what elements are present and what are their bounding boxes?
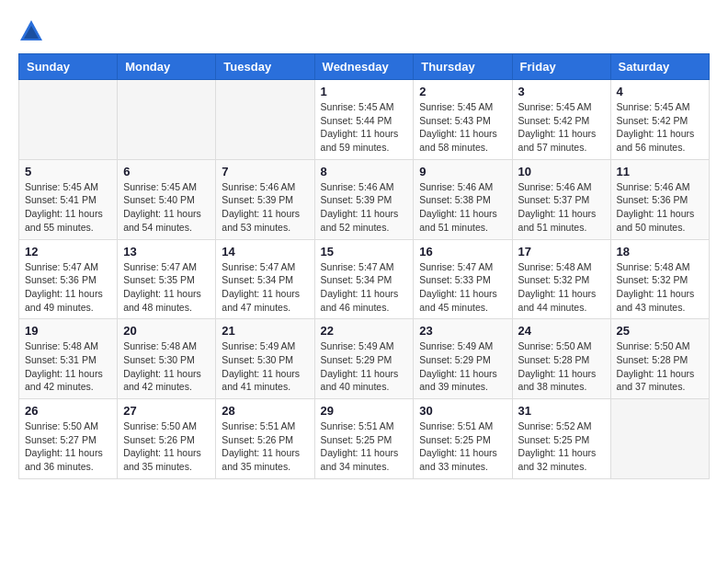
calendar-cell: 14Sunrise: 5:47 AM Sunset: 5:34 PM Dayli… <box>216 239 314 319</box>
day-info: Sunrise: 5:45 AM Sunset: 5:42 PM Dayligh… <box>518 100 605 155</box>
calendar-cell: 2Sunrise: 5:45 AM Sunset: 5:43 PM Daylig… <box>414 80 512 160</box>
day-number: 16 <box>419 245 506 259</box>
calendar-cell: 16Sunrise: 5:47 AM Sunset: 5:33 PM Dayli… <box>414 239 512 319</box>
day-info: Sunrise: 5:45 AM Sunset: 5:40 PM Dayligh… <box>123 180 210 235</box>
calendar-header-friday: Friday <box>512 54 610 80</box>
logo-icon <box>18 18 44 44</box>
day-number: 28 <box>222 404 308 418</box>
logo <box>18 18 48 44</box>
calendar-cell: 6Sunrise: 5:45 AM Sunset: 5:40 PM Daylig… <box>118 159 216 239</box>
day-number: 23 <box>419 324 506 338</box>
day-info: Sunrise: 5:49 AM Sunset: 5:30 PM Dayligh… <box>222 339 308 394</box>
calendar-cell: 10Sunrise: 5:46 AM Sunset: 5:37 PM Dayli… <box>512 159 610 239</box>
calendar-cell: 26Sunrise: 5:50 AM Sunset: 5:27 PM Dayli… <box>19 399 118 479</box>
day-number: 20 <box>123 324 210 338</box>
day-info: Sunrise: 5:51 AM Sunset: 5:25 PM Dayligh… <box>419 419 506 474</box>
calendar-cell <box>19 80 118 160</box>
day-number: 10 <box>518 165 605 178</box>
day-number: 30 <box>419 404 506 418</box>
calendar-week-row: 12Sunrise: 5:47 AM Sunset: 5:36 PM Dayli… <box>19 239 710 319</box>
day-info: Sunrise: 5:51 AM Sunset: 5:25 PM Dayligh… <box>321 419 408 474</box>
day-info: Sunrise: 5:47 AM Sunset: 5:36 PM Dayligh… <box>25 260 111 315</box>
day-info: Sunrise: 5:46 AM Sunset: 5:38 PM Dayligh… <box>419 180 506 235</box>
day-number: 7 <box>222 165 308 178</box>
calendar-table: SundayMondayTuesdayWednesdayThursdayFrid… <box>18 53 710 479</box>
day-number: 11 <box>617 165 703 178</box>
calendar-cell: 9Sunrise: 5:46 AM Sunset: 5:38 PM Daylig… <box>414 159 512 239</box>
calendar-cell: 22Sunrise: 5:49 AM Sunset: 5:29 PM Dayli… <box>314 319 414 399</box>
day-info: Sunrise: 5:47 AM Sunset: 5:34 PM Dayligh… <box>222 260 308 315</box>
calendar-cell: 29Sunrise: 5:51 AM Sunset: 5:25 PM Dayli… <box>314 399 414 479</box>
calendar-cell: 1Sunrise: 5:45 AM Sunset: 5:44 PM Daylig… <box>314 80 414 160</box>
day-info: Sunrise: 5:47 AM Sunset: 5:34 PM Dayligh… <box>321 260 408 315</box>
calendar-cell: 8Sunrise: 5:46 AM Sunset: 5:39 PM Daylig… <box>314 159 414 239</box>
day-info: Sunrise: 5:50 AM Sunset: 5:26 PM Dayligh… <box>123 419 210 474</box>
day-number: 13 <box>123 245 210 259</box>
day-info: Sunrise: 5:45 AM Sunset: 5:41 PM Dayligh… <box>25 180 111 235</box>
calendar-cell: 19Sunrise: 5:48 AM Sunset: 5:31 PM Dayli… <box>19 319 118 399</box>
day-number: 1 <box>321 85 408 98</box>
day-info: Sunrise: 5:49 AM Sunset: 5:29 PM Dayligh… <box>419 339 506 394</box>
day-info: Sunrise: 5:46 AM Sunset: 5:36 PM Dayligh… <box>617 180 703 235</box>
calendar-header-sunday: Sunday <box>19 54 118 80</box>
calendar-cell: 18Sunrise: 5:48 AM Sunset: 5:32 PM Dayli… <box>610 239 709 319</box>
calendar-cell: 5Sunrise: 5:45 AM Sunset: 5:41 PM Daylig… <box>19 159 118 239</box>
calendar-header-wednesday: Wednesday <box>314 54 414 80</box>
day-number: 8 <box>321 165 408 178</box>
day-number: 14 <box>222 245 308 259</box>
calendar-cell: 7Sunrise: 5:46 AM Sunset: 5:39 PM Daylig… <box>216 159 314 239</box>
day-number: 12 <box>25 245 111 259</box>
calendar-cell: 12Sunrise: 5:47 AM Sunset: 5:36 PM Dayli… <box>19 239 118 319</box>
calendar-cell: 30Sunrise: 5:51 AM Sunset: 5:25 PM Dayli… <box>414 399 512 479</box>
day-number: 6 <box>123 165 210 178</box>
day-number: 22 <box>321 324 408 338</box>
calendar-cell: 17Sunrise: 5:48 AM Sunset: 5:32 PM Dayli… <box>512 239 610 319</box>
day-number: 15 <box>321 245 408 259</box>
day-number: 17 <box>518 245 605 259</box>
day-number: 26 <box>25 404 111 418</box>
day-info: Sunrise: 5:45 AM Sunset: 5:44 PM Dayligh… <box>321 100 408 155</box>
day-number: 29 <box>321 404 408 418</box>
calendar-cell: 4Sunrise: 5:45 AM Sunset: 5:42 PM Daylig… <box>610 80 709 160</box>
calendar-header-thursday: Thursday <box>414 54 512 80</box>
day-number: 4 <box>617 85 703 98</box>
calendar-week-row: 26Sunrise: 5:50 AM Sunset: 5:27 PM Dayli… <box>19 399 710 479</box>
calendar-cell: 27Sunrise: 5:50 AM Sunset: 5:26 PM Dayli… <box>118 399 216 479</box>
calendar-cell: 21Sunrise: 5:49 AM Sunset: 5:30 PM Dayli… <box>216 319 314 399</box>
calendar-week-row: 19Sunrise: 5:48 AM Sunset: 5:31 PM Dayli… <box>19 319 710 399</box>
calendar-cell: 15Sunrise: 5:47 AM Sunset: 5:34 PM Dayli… <box>314 239 414 319</box>
calendar-cell: 3Sunrise: 5:45 AM Sunset: 5:42 PM Daylig… <box>512 80 610 160</box>
calendar-cell <box>216 80 314 160</box>
day-number: 5 <box>25 165 111 178</box>
calendar-cell: 23Sunrise: 5:49 AM Sunset: 5:29 PM Dayli… <box>414 319 512 399</box>
calendar-cell: 28Sunrise: 5:51 AM Sunset: 5:26 PM Dayli… <box>216 399 314 479</box>
day-info: Sunrise: 5:45 AM Sunset: 5:43 PM Dayligh… <box>419 100 506 155</box>
day-number: 3 <box>518 85 605 98</box>
day-info: Sunrise: 5:50 AM Sunset: 5:27 PM Dayligh… <box>25 419 111 474</box>
day-info: Sunrise: 5:46 AM Sunset: 5:39 PM Dayligh… <box>321 180 408 235</box>
day-number: 21 <box>222 324 308 338</box>
day-number: 2 <box>419 85 506 98</box>
day-number: 24 <box>518 324 605 338</box>
day-info: Sunrise: 5:51 AM Sunset: 5:26 PM Dayligh… <box>222 419 308 474</box>
calendar-cell: 25Sunrise: 5:50 AM Sunset: 5:28 PM Dayli… <box>610 319 709 399</box>
day-info: Sunrise: 5:52 AM Sunset: 5:25 PM Dayligh… <box>518 419 605 474</box>
calendar-cell: 24Sunrise: 5:50 AM Sunset: 5:28 PM Dayli… <box>512 319 610 399</box>
day-info: Sunrise: 5:46 AM Sunset: 5:37 PM Dayligh… <box>518 180 605 235</box>
day-info: Sunrise: 5:46 AM Sunset: 5:39 PM Dayligh… <box>222 180 308 235</box>
page-header <box>18 18 710 44</box>
calendar-cell: 11Sunrise: 5:46 AM Sunset: 5:36 PM Dayli… <box>610 159 709 239</box>
calendar-header-saturday: Saturday <box>610 54 709 80</box>
calendar-header-tuesday: Tuesday <box>216 54 314 80</box>
calendar-header-monday: Monday <box>118 54 216 80</box>
calendar-week-row: 5Sunrise: 5:45 AM Sunset: 5:41 PM Daylig… <box>19 159 710 239</box>
day-info: Sunrise: 5:45 AM Sunset: 5:42 PM Dayligh… <box>617 100 703 155</box>
day-info: Sunrise: 5:47 AM Sunset: 5:33 PM Dayligh… <box>419 260 506 315</box>
calendar-cell: 20Sunrise: 5:48 AM Sunset: 5:30 PM Dayli… <box>118 319 216 399</box>
day-number: 19 <box>25 324 111 338</box>
day-info: Sunrise: 5:48 AM Sunset: 5:31 PM Dayligh… <box>25 339 111 394</box>
day-info: Sunrise: 5:48 AM Sunset: 5:32 PM Dayligh… <box>617 260 703 315</box>
day-number: 31 <box>518 404 605 418</box>
day-info: Sunrise: 5:48 AM Sunset: 5:30 PM Dayligh… <box>123 339 210 394</box>
calendar-cell <box>610 399 709 479</box>
